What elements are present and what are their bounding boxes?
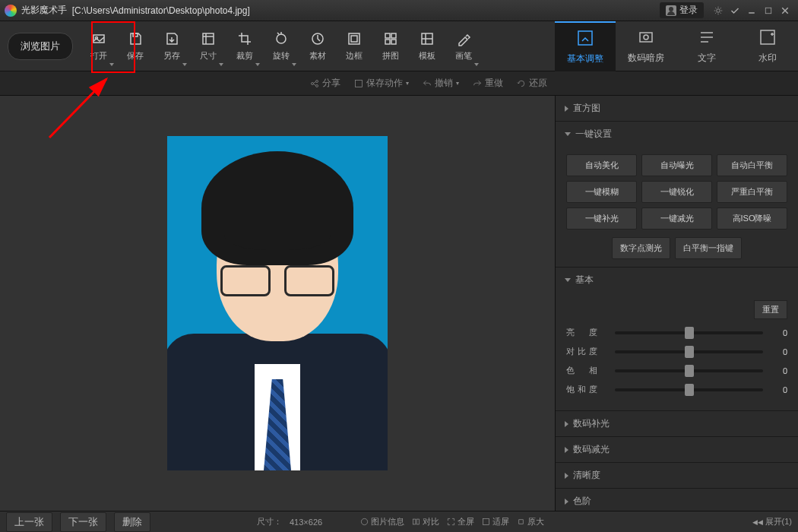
prev-button[interactable]: 上一张 xyxy=(6,512,52,532)
slider-色　相[interactable] xyxy=(615,369,763,372)
panel-数码补光[interactable]: 数码补光 xyxy=(556,411,798,436)
oneclick-一键补光[interactable]: 一键补光 xyxy=(566,207,637,230)
size-value: 413×626 xyxy=(290,518,322,527)
titlebar: 光影魔术手 [C:\Users\Administrator\Desktop\ph… xyxy=(0,0,798,21)
svg-point-22 xyxy=(312,82,314,84)
share-button[interactable]: 分享 xyxy=(310,77,340,90)
next-button[interactable]: 下一张 xyxy=(60,512,106,532)
save-action-button[interactable]: 保存动作▾ xyxy=(354,77,409,90)
svg-point-0 xyxy=(717,8,720,12)
close-button[interactable] xyxy=(777,4,793,17)
caret-icon xyxy=(292,63,296,66)
tool-icon xyxy=(90,30,107,47)
svg-rect-10 xyxy=(351,36,357,42)
tool-模板[interactable]: 模板 xyxy=(409,25,445,68)
svg-point-23 xyxy=(316,80,318,82)
tab-水印[interactable]: 水印 xyxy=(737,21,798,71)
tab-数码暗房[interactable]: 数码暗房 xyxy=(616,21,676,71)
login-button[interactable]: 登录 xyxy=(660,2,704,18)
tool-边框[interactable]: 边框 xyxy=(336,25,372,68)
original-button[interactable]: 原大 xyxy=(517,516,544,527)
browse-button[interactable]: 浏览图片 xyxy=(8,33,73,60)
tab-文字[interactable]: 文字 xyxy=(676,21,737,71)
caret-icon xyxy=(219,63,223,66)
caret-icon xyxy=(474,63,479,66)
slider-value: 0 xyxy=(769,366,787,375)
slider-row: 亮 度0 xyxy=(566,327,787,338)
slider-row: 对比度0 xyxy=(566,346,787,357)
reset-button[interactable]: 重置 xyxy=(754,300,787,319)
undo-button[interactable]: 撤销▾ xyxy=(423,77,459,90)
info-button[interactable]: 图片信息 xyxy=(360,516,404,527)
oneclick-高ISO降噪[interactable]: 高ISO降噪 xyxy=(717,207,787,230)
sub-toolbar: 分享 保存动作▾ 撤销▾ 重做 还原 xyxy=(0,71,798,96)
svg-rect-2 xyxy=(765,8,771,14)
slider-饱和度[interactable] xyxy=(615,388,763,391)
delete-button[interactable]: 删除 xyxy=(114,512,150,532)
file-path: [C:\Users\Administrator\Desktop\photo4.j… xyxy=(72,5,250,16)
slider-亮　度[interactable] xyxy=(615,331,763,334)
panel-清晰度[interactable]: 清晰度 xyxy=(556,463,798,488)
statusbar: 上一张 下一张 删除 尺寸： 413×626 图片信息 对比 全屏 适屏 原大 … xyxy=(0,511,798,532)
panel-basic[interactable]: 基本 xyxy=(556,268,798,293)
tool-icon xyxy=(419,30,435,47)
tool-素材[interactable]: 素材 xyxy=(299,25,336,68)
panel-oneclick[interactable]: 一键设置 xyxy=(556,122,798,147)
tool-另存[interactable]: 另存 xyxy=(154,25,190,68)
oneclick-自动白平衡[interactable]: 自动白平衡 xyxy=(717,154,787,176)
tab-基本调整[interactable]: 基本调整 xyxy=(555,21,616,71)
revert-button[interactable]: 还原 xyxy=(517,77,547,90)
help-icon[interactable] xyxy=(727,4,743,17)
tool-保存[interactable]: 保存 xyxy=(117,25,154,68)
minimize-button[interactable] xyxy=(743,4,760,17)
oneclick-自动美化[interactable]: 自动美化 xyxy=(566,154,637,176)
svg-rect-29 xyxy=(413,519,416,524)
slider-row: 色 相0 xyxy=(566,365,787,376)
svg-rect-14 xyxy=(391,40,396,44)
panel-histogram[interactable]: 直方图 xyxy=(556,96,798,121)
app-name: 光影魔术手 xyxy=(21,4,67,17)
svg-rect-9 xyxy=(349,33,359,44)
tool-尺寸[interactable]: 尺寸 xyxy=(190,25,226,68)
slider-value: 0 xyxy=(769,347,787,356)
oneclick-白平衡一指键[interactable]: 白平衡一指键 xyxy=(675,237,742,259)
tool-旋转[interactable]: 旋转 xyxy=(263,25,299,68)
main-toolbar: 浏览图片 打开保存另存尺寸裁剪旋转素材边框拼图模板画笔 基本调整数码暗房文字水印 xyxy=(0,21,798,71)
svg-rect-11 xyxy=(385,33,390,38)
oneclick-自动曝光[interactable]: 自动曝光 xyxy=(641,154,712,176)
redo-button[interactable]: 重做 xyxy=(473,77,503,90)
canvas-area[interactable] xyxy=(0,96,555,511)
svg-rect-19 xyxy=(640,33,652,42)
svg-point-20 xyxy=(644,35,648,40)
tool-icon xyxy=(346,30,363,47)
oneclick-一键模糊[interactable]: 一键模糊 xyxy=(566,181,637,203)
oneclick-数字点测光[interactable]: 数字点测光 xyxy=(612,237,670,259)
tool-裁剪[interactable]: 裁剪 xyxy=(226,25,263,68)
slider-value: 0 xyxy=(769,328,787,337)
slider-row: 饱和度0 xyxy=(566,384,787,395)
oneclick-一键锐化[interactable]: 一键锐化 xyxy=(641,181,712,203)
expand-button[interactable]: ◀◀展开(1) xyxy=(752,516,792,527)
fit-button[interactable]: 适屏 xyxy=(482,516,509,527)
slider-对比度[interactable] xyxy=(615,350,763,353)
svg-rect-27 xyxy=(356,80,363,87)
panel-数码减光[interactable]: 数码减光 xyxy=(556,437,798,462)
svg-rect-7 xyxy=(133,33,138,36)
compare-button[interactable]: 对比 xyxy=(412,516,439,527)
tab-icon xyxy=(698,28,716,49)
maximize-button[interactable] xyxy=(760,4,777,17)
tool-icon xyxy=(127,30,144,47)
app-icon xyxy=(5,5,17,17)
tool-icon xyxy=(236,30,253,47)
fullscreen-button[interactable]: 全屏 xyxy=(447,516,474,527)
tool-画笔[interactable]: 画笔 xyxy=(445,25,482,68)
caret-icon xyxy=(182,63,187,66)
tool-打开[interactable]: 打开 xyxy=(81,25,117,68)
slider-value: 0 xyxy=(769,385,787,394)
tool-拼图[interactable]: 拼图 xyxy=(372,25,409,68)
panel-色阶[interactable]: 色阶 xyxy=(556,489,798,511)
oneclick-一键减光[interactable]: 一键减光 xyxy=(641,207,712,230)
oneclick-严重白平衡[interactable]: 严重白平衡 xyxy=(717,181,787,203)
svg-rect-30 xyxy=(416,519,419,524)
settings-icon[interactable] xyxy=(710,4,727,17)
